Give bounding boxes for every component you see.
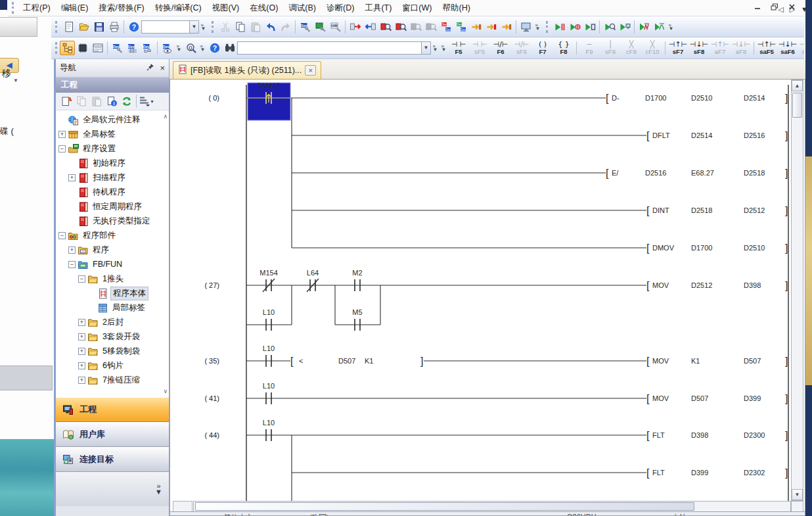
minimize-button[interactable] [750, 1, 765, 12]
expand-icon[interactable]: + [78, 319, 85, 326]
collapse-icon[interactable]: − [58, 145, 66, 152]
device-display-button[interactable]: Dev [160, 41, 175, 55]
step-out-button[interactable] [499, 20, 514, 34]
tree-item-2后封[interactable]: +2后封 [56, 315, 169, 329]
ladder-editor[interactable]: ( 0)( 27)( 35)( 41)( 44)[D-D1700D2510D25… [169, 79, 805, 516]
device-comment2-button[interactable]: Dev [110, 41, 125, 55]
copy-button[interactable] [233, 20, 248, 34]
menu-item-6[interactable]: 在线(O) [244, 1, 283, 16]
tree-item-程序部件[interactable]: −程序部件 [56, 228, 169, 243]
toolbar-overflow-icon[interactable]: »▼ [431, 40, 440, 56]
expand-icon[interactable]: + [68, 174, 76, 181]
verify-button[interactable] [378, 20, 393, 34]
tree-item-1推头[interactable]: −1推头 [56, 271, 169, 286]
chevron-down-icon[interactable]: ▼ [421, 42, 430, 54]
menu-item-5[interactable]: 视图(V) [207, 1, 245, 16]
expand-icon[interactable]: + [68, 246, 76, 254]
find-device-button[interactable]: Q [183, 41, 198, 55]
ladder-symbol-F8-button[interactable]: { }F8 [553, 39, 574, 57]
navigation-overflow-area[interactable]: »▼ [56, 472, 169, 506]
nav-new-button[interactable] [58, 94, 74, 108]
tree-item-6钩片[interactable]: +6钩片 [56, 358, 169, 373]
navigation-button-工程[interactable]: 工程 [56, 397, 169, 422]
monitor-mode-button[interactable] [518, 20, 533, 34]
tree-item-恒定周期程序[interactable]: 恒定周期程序 [56, 199, 169, 214]
nav-refresh-button[interactable] [119, 94, 134, 108]
tree-item-初始程序[interactable]: 初始程序 [56, 156, 169, 170]
tab-list-icon[interactable]: ▼ [801, 5, 808, 14]
ladder-symbol-F7-button[interactable]: ( )F7 [532, 39, 553, 57]
ladder-symbol-sF9-button[interactable]: │sF9 [600, 39, 621, 57]
ladder-diagram[interactable]: ( 0)( 27)( 35)( 41)( 44)[D-D1700D2510D25… [171, 80, 791, 501]
help-button[interactable]: ? [126, 20, 141, 34]
tree-item-3套袋开袋[interactable]: +3套袋开袋 [56, 329, 169, 344]
horizontal-scrollbar[interactable] [193, 501, 791, 512]
device-memory-button[interactable]: HW [328, 20, 343, 34]
save-project-button[interactable] [91, 20, 106, 34]
ladder-symbol-saF7-button[interactable]: ⊣↑⊢saF7 [798, 39, 804, 57]
menu-item-7[interactable]: 调试(B) [283, 1, 321, 16]
menu-item-4[interactable]: 转换/编译(C) [150, 1, 207, 16]
overflow-chevron-icon[interactable]: »▼ [155, 483, 162, 495]
sampling-trace2-button[interactable] [652, 20, 667, 34]
menu-item-1[interactable]: 工程(P) [18, 1, 56, 16]
remote-op-button[interactable] [408, 20, 423, 34]
print-button[interactable] [106, 20, 122, 34]
ladder-symbol-aF8-button[interactable]: ⊣↓⊢aF8 [731, 39, 752, 57]
watch-start-button[interactable] [602, 20, 617, 34]
toolbar-overflow-icon[interactable]: »▼ [440, 40, 448, 56]
tree-item-FB/FUN[interactable]: −FB/FUN [56, 257, 169, 271]
device-monitor-button[interactable] [313, 20, 328, 34]
expand-icon[interactable]: + [58, 131, 66, 138]
tab-scroll-right-icon[interactable]: ▷ [790, 5, 795, 14]
ladder-symbol-sF5-button[interactable]: ⊣ ⊢sF5 [469, 39, 490, 57]
device-list-button[interactable]: Dev [125, 41, 140, 55]
paste-button[interactable] [248, 20, 263, 34]
tree-item-无执行类型指定[interactable]: 无执行类型指定 [56, 214, 169, 228]
menu-item-8[interactable]: 诊断(D) [321, 1, 359, 16]
navigation-window-button[interactable] [60, 41, 75, 55]
monitor-start-button[interactable] [552, 20, 567, 34]
nav-copy-button[interactable] [74, 94, 89, 108]
cut-button[interactable] [217, 20, 233, 34]
device-reference-button[interactable]: Dev [140, 41, 155, 55]
ladder-symbol-aF7-button[interactable]: ⊣↑⊢aF7 [710, 39, 731, 57]
menu-item-2[interactable]: 编辑(E) [56, 1, 94, 16]
scroll-down-icon[interactable]: ∨ [163, 388, 168, 394]
vertical-scrollbar[interactable]: ▲ ▼ [791, 80, 803, 501]
tree-item-全局软元件注释[interactable]: 全局软元件注释 [56, 112, 169, 127]
tree-item-待机程序[interactable]: 待机程序 [56, 185, 169, 199]
expand-icon[interactable]: + [78, 362, 85, 369]
horizontal-scroll-thumb[interactable] [195, 502, 694, 511]
sampling-trace-button[interactable] [637, 20, 652, 34]
device-batch2-button[interactable]: DevDev [453, 20, 468, 34]
tree-item-全局标签[interactable]: +全局标签 [56, 127, 169, 141]
collapse-icon[interactable]: − [68, 261, 76, 268]
chevron-down-icon[interactable]: ▼ [189, 21, 198, 33]
tree-item-局部标签[interactable]: 局部标签 [56, 300, 169, 315]
step-in-button[interactable] [484, 20, 499, 34]
menu-item-10[interactable]: 窗口(W) [397, 1, 437, 16]
expand-icon[interactable]: + [78, 333, 85, 340]
write-to-plc-button[interactable] [348, 20, 363, 34]
device-comment-button[interactable]: Dev [298, 20, 313, 34]
tree-item-程序设置[interactable]: −程序设置 [56, 141, 169, 156]
navigation-button-连接目标[interactable]: 连接目标 [56, 447, 169, 472]
vertical-scroll-thumb[interactable] [792, 93, 802, 118]
scroll-down-button[interactable]: ▼ [792, 489, 803, 500]
ladder-symbol-sF8-button[interactable]: ⊣↓⊢sF8 [688, 39, 710, 57]
document-tab[interactable]: [FB]读取 1推头 (只读) (2511)... × [173, 61, 321, 79]
element-selection-button[interactable] [75, 41, 90, 55]
nav-paste-button[interactable] [89, 94, 104, 108]
scroll-up-button[interactable]: ▲ [792, 80, 803, 91]
watch-screen-button[interactable] [617, 20, 632, 34]
undo-button[interactable] [263, 20, 278, 34]
expand-icon[interactable]: + [78, 348, 85, 355]
collapse-icon[interactable]: − [78, 275, 85, 283]
menu-item-3[interactable]: 搜索/替换(F) [93, 1, 149, 16]
ladder-symbol-F9-button[interactable]: ─F9 [579, 39, 600, 57]
pane-splitter-button[interactable] [173, 501, 192, 512]
tree-item-程序[interactable]: +程序 [56, 243, 169, 257]
toolbar-overflow-icon[interactable]: »▼ [175, 40, 183, 56]
tree-item-5移袋制袋[interactable]: +5移袋制袋 [56, 344, 169, 358]
